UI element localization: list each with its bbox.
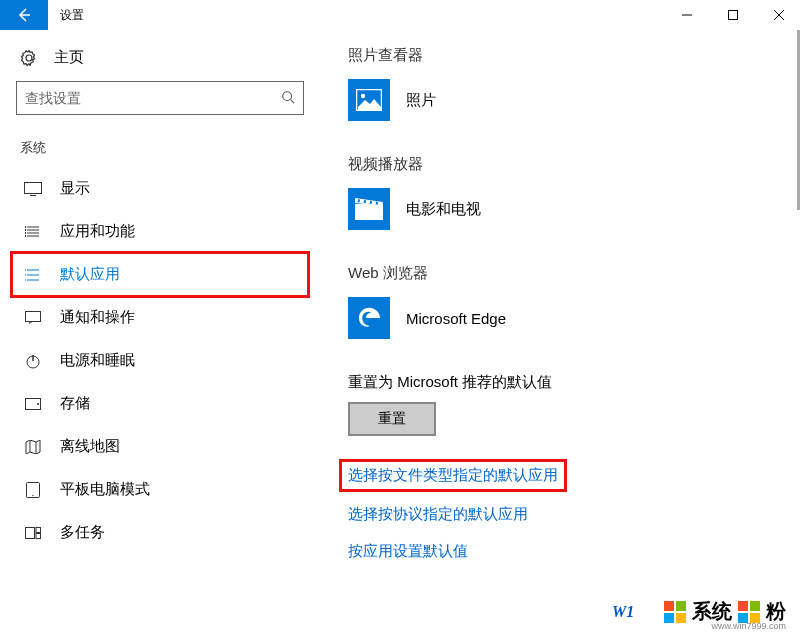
main-panel: 照片查看器 照片 视频播放器 电影和电视 Web 浏览器 Microsoft E…: [320, 30, 802, 633]
svg-rect-10: [36, 527, 41, 532]
sidebar-item-multitask[interactable]: 多任务: [12, 511, 308, 554]
reset-label: 重置为 Microsoft 推荐的默认值: [348, 373, 774, 392]
sidebar-item-label: 显示: [60, 179, 90, 198]
window-controls: [664, 0, 802, 30]
sidebar-item-label: 存储: [60, 394, 90, 413]
sidebar-item-maps[interactable]: 离线地图: [12, 425, 308, 468]
svg-rect-3: [26, 311, 41, 321]
group-header-browser: Web 浏览器: [348, 264, 774, 283]
search-box[interactable]: [16, 81, 304, 115]
svg-rect-15: [358, 199, 360, 202]
arrow-left-icon: [16, 7, 32, 23]
search-icon: [281, 90, 295, 107]
app-tile-photos[interactable]: 照片: [348, 79, 774, 121]
sidebar-item-apps[interactable]: 应用和功能: [12, 210, 308, 253]
svg-rect-18: [376, 202, 378, 205]
titlebar: 设置: [0, 0, 802, 30]
sidebar-item-label: 多任务: [60, 523, 105, 542]
apps-icon: [24, 224, 42, 240]
maximize-button[interactable]: [710, 0, 756, 30]
gear-icon: [20, 49, 38, 67]
scrollbar[interactable]: [788, 30, 802, 633]
sidebar-item-power[interactable]: 电源和睡眠: [12, 339, 308, 382]
app-tile-video[interactable]: 电影和电视: [348, 188, 774, 230]
sidebar-item-label: 电源和睡眠: [60, 351, 135, 370]
multitask-icon: [24, 527, 42, 539]
sidebar-item-default-apps[interactable]: 默认应用: [12, 253, 308, 296]
svg-rect-17: [370, 201, 372, 204]
maps-icon: [24, 440, 42, 454]
group-header-video: 视频播放器: [348, 155, 774, 174]
reset-button[interactable]: 重置: [348, 402, 436, 436]
group-header-photos: 照片查看器: [348, 46, 774, 65]
default-apps-icon: [24, 267, 42, 283]
ms-logo-icon: [664, 601, 686, 623]
window-title: 设置: [48, 0, 664, 30]
back-button[interactable]: [0, 0, 48, 30]
svg-point-1: [283, 91, 292, 100]
link-by-filetype[interactable]: 选择按文件类型指定的默认应用: [344, 464, 562, 487]
sidebar-item-label: 平板电脑模式: [60, 480, 150, 499]
app-tile-browser[interactable]: Microsoft Edge: [348, 297, 774, 339]
tablet-icon: [24, 482, 42, 498]
notifications-icon: [24, 311, 42, 325]
link-by-protocol[interactable]: 选择按协议指定的默认应用: [348, 505, 774, 524]
search-input[interactable]: [25, 90, 281, 106]
minimize-button[interactable]: [664, 0, 710, 30]
scroll-thumb[interactable]: [797, 30, 800, 210]
section-label: 系统: [12, 135, 308, 167]
app-name: Microsoft Edge: [406, 310, 506, 327]
sidebar-item-label: 应用和功能: [60, 222, 135, 241]
sidebar-item-label: 离线地图: [60, 437, 120, 456]
svg-rect-9: [26, 527, 35, 538]
watermark-url: www.win7999.com: [711, 621, 786, 631]
sidebar: 主页 系统 显示 应用和功能 默认应用 通知和操作 电源和睡眠: [0, 30, 320, 633]
sidebar-item-storage[interactable]: 存储: [12, 382, 308, 425]
svg-point-6: [37, 403, 39, 405]
link-by-app[interactable]: 按应用设置默认值: [348, 542, 774, 561]
power-icon: [24, 353, 42, 369]
svg-rect-11: [36, 533, 41, 538]
sidebar-item-notifications[interactable]: 通知和操作: [12, 296, 308, 339]
sidebar-item-tablet[interactable]: 平板电脑模式: [12, 468, 308, 511]
photos-icon: [348, 79, 390, 121]
svg-rect-16: [364, 200, 366, 203]
svg-rect-2: [25, 182, 42, 193]
app-name: 照片: [406, 91, 436, 110]
home-link[interactable]: 主页: [12, 42, 308, 81]
movies-icon: [348, 188, 390, 230]
svg-rect-14: [355, 204, 383, 220]
svg-point-13: [361, 94, 365, 98]
sidebar-item-label: 默认应用: [60, 265, 120, 284]
app-name: 电影和电视: [406, 200, 481, 219]
home-label: 主页: [54, 48, 84, 67]
display-icon: [24, 182, 42, 196]
svg-point-8: [32, 494, 33, 495]
storage-icon: [24, 398, 42, 410]
edge-icon: [348, 297, 390, 339]
sidebar-item-label: 通知和操作: [60, 308, 135, 327]
watermark-text-small: W1: [612, 603, 634, 621]
close-button[interactable]: [756, 0, 802, 30]
svg-rect-0: [729, 11, 738, 20]
sidebar-item-display[interactable]: 显示: [12, 167, 308, 210]
ms-logo-icon: [738, 601, 760, 623]
reset-section: 重置为 Microsoft 推荐的默认值 重置: [348, 373, 774, 464]
